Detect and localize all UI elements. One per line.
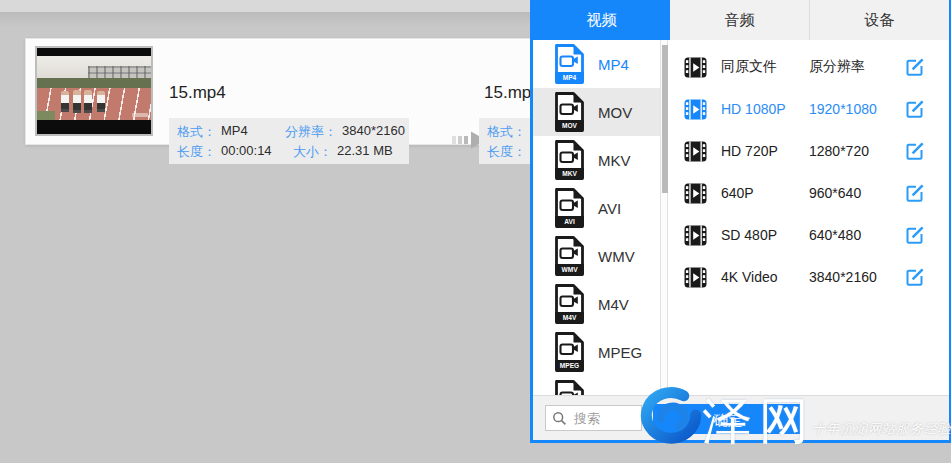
format-label: 格式：	[177, 123, 216, 141]
svg-text:MKV: MKV	[562, 170, 577, 177]
video-thumbnail	[35, 46, 153, 136]
resolution-value: 1280*720	[809, 143, 905, 159]
format-option-M4V[interactable]: M4VM4V	[533, 280, 660, 328]
resolution-name: SD 480P	[721, 227, 809, 243]
search-icon	[552, 411, 567, 426]
file-type-icon: AVI	[554, 188, 585, 228]
resolution-value: 原分辨率	[809, 58, 905, 76]
format-list: MP4MP4MOVMOVMKVMKVAVIAVIWMVWMVM4VM4VMPEG…	[533, 40, 660, 440]
film-strip-icon	[684, 56, 707, 79]
tab-audio[interactable]: 音频	[670, 0, 810, 40]
format-option-label: WMV	[598, 248, 635, 265]
file-type-icon: MKV	[554, 140, 585, 180]
tab-video[interactable]: 视频	[533, 0, 670, 40]
edit-icon[interactable]	[905, 141, 925, 161]
format-list-scrollbar[interactable]	[660, 40, 668, 440]
file-type-icon: MOV	[554, 92, 585, 132]
film-strip-icon	[684, 98, 707, 121]
person-figure	[84, 90, 92, 113]
format-option-label: MPEG	[598, 344, 642, 361]
video-watermark	[132, 113, 148, 117]
format-label: 格式：	[487, 123, 526, 141]
format-option-AVI[interactable]: AVIAVI	[533, 184, 660, 232]
resolution-option-hd-1080p[interactable]: HD 1080P1920*1080	[668, 88, 949, 130]
size-label: 大小：	[293, 143, 332, 161]
format-option-label: M4V	[598, 296, 629, 313]
person-figure	[97, 91, 105, 112]
film-strip-icon	[684, 182, 707, 205]
output-format-popup: 视频 音频 设备 MP4MP4MOVMOVMKVMKVAVIAVIWMVWMVM…	[530, 0, 951, 443]
resolution-option-4k-video[interactable]: 4K Video3840*2160	[668, 256, 949, 298]
resolution-option-hd-720p[interactable]: HD 720P1280*720	[668, 130, 949, 172]
search-input[interactable]	[572, 410, 638, 427]
svg-text:MP4: MP4	[563, 74, 577, 81]
popup-bottom-bar: 确定	[533, 395, 949, 440]
edit-icon[interactable]	[905, 183, 925, 203]
resolution-value: 1920*1080	[809, 101, 905, 117]
film-strip-icon	[684, 140, 707, 163]
format-option-MOV[interactable]: MOVMOV	[533, 88, 660, 136]
resolution-option-sd-480p[interactable]: SD 480P640*480	[668, 214, 949, 256]
svg-text:MOV: MOV	[562, 122, 578, 129]
edit-icon[interactable]	[905, 267, 925, 287]
format-value: MP4	[221, 123, 248, 141]
resolution-name: HD 720P	[721, 143, 809, 159]
format-option-MP4[interactable]: MP4MP4	[533, 40, 660, 88]
format-option-label: MKV	[598, 152, 631, 169]
file-type-icon: M4V	[554, 284, 585, 324]
resolution-name: HD 1080P	[721, 101, 809, 117]
resolution-value: 3840*2160	[809, 269, 905, 285]
format-option-label: AVI	[598, 200, 621, 217]
format-option-MKV[interactable]: MKVMKV	[533, 136, 660, 184]
format-option-WMV[interactable]: WMVWMV	[533, 232, 660, 280]
resolution-label: 分辨率：	[285, 123, 337, 141]
resolution-list: 同原文件原分辨率HD 1080P1920*1080HD 720P1280*720…	[668, 40, 949, 440]
video-frame	[37, 56, 151, 120]
resolution-name: 640P	[721, 185, 809, 201]
person-figure	[61, 91, 69, 112]
svg-text:MPEG: MPEG	[560, 362, 579, 369]
popup-tabs: 视频 音频 设备	[533, 0, 949, 40]
file-type-icon: MP4	[554, 44, 585, 84]
film-strip-icon	[684, 266, 707, 289]
format-option-label: MP4	[598, 56, 629, 73]
edit-icon[interactable]	[905, 99, 925, 119]
duration-label: 长度：	[487, 143, 526, 161]
format-option-label: MOV	[598, 104, 632, 121]
resolution-value: 960*640	[809, 185, 905, 201]
resolution-option-同原文件[interactable]: 同原文件原分辨率	[668, 46, 949, 88]
edit-icon[interactable]	[905, 57, 925, 77]
person-figure	[73, 90, 81, 113]
film-strip-icon	[684, 224, 707, 247]
scrollbar-thumb[interactable]	[662, 45, 668, 193]
confirm-button[interactable]: 确定	[653, 404, 803, 434]
resolution-name: 同原文件	[721, 58, 809, 76]
search-box[interactable]	[545, 405, 642, 431]
source-file-meta: 格式： MP4 分辨率： 3840*2160 长度： 00:00:14 大小： …	[169, 118, 409, 164]
file-type-icon: WMV	[554, 236, 585, 276]
duration-label: 长度：	[177, 143, 216, 161]
source-file-name: 15.mp4	[169, 83, 226, 103]
svg-text:WMV: WMV	[561, 266, 578, 273]
svg-text:M4V: M4V	[563, 314, 577, 321]
tab-device[interactable]: 设备	[810, 0, 949, 40]
edit-icon[interactable]	[905, 225, 925, 245]
resolution-option-640p[interactable]: 640P960*640	[668, 172, 949, 214]
svg-text:AVI: AVI	[564, 218, 575, 225]
resolution-value: 640*480	[809, 227, 905, 243]
size-value: 22.31 MB	[337, 143, 393, 161]
resolution-name: 4K Video	[721, 269, 809, 285]
duration-value: 00:00:14	[221, 143, 272, 161]
file-type-icon: MPEG	[554, 332, 585, 372]
resolution-value: 3840*2160	[342, 123, 405, 141]
format-option-MPEG[interactable]: MPEGMPEG	[533, 328, 660, 376]
